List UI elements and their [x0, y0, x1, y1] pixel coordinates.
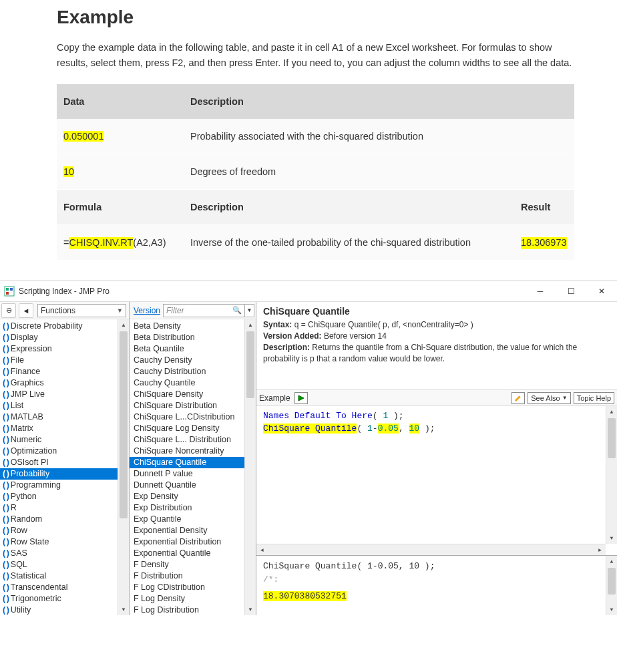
- output-comment: /*:: [263, 573, 610, 586]
- category-item[interactable]: ( )Display: [0, 332, 129, 343]
- detail-header: ChiSquare Quantile Syntax: q = ChiSquare…: [256, 302, 617, 390]
- category-item[interactable]: ( )File: [0, 355, 129, 366]
- window-title: Scripting Index - JMP Pro: [19, 287, 525, 296]
- run-button[interactable]: [294, 392, 308, 404]
- function-item[interactable]: Beta Quantile: [130, 343, 244, 355]
- function-panel: Version Filter 🔍 ▼ Beta DensityBeta Dist…: [130, 302, 256, 615]
- app-icon: [4, 286, 15, 297]
- topic-help-button[interactable]: Topic Help: [574, 392, 614, 404]
- scrollbar[interactable]: ▲ ▼: [244, 319, 256, 615]
- output-result: 18.3070380532751: [263, 591, 347, 601]
- function-item[interactable]: Dunnett Quantile: [130, 480, 244, 491]
- function-item[interactable]: F Log CDistribution: [130, 582, 244, 593]
- edit-button[interactable]: [511, 392, 525, 404]
- category-item[interactable]: ( )Programming: [0, 480, 129, 491]
- function-item[interactable]: ChiSquare L...CDistribution: [130, 411, 244, 423]
- category-item[interactable]: ( )Finance: [0, 366, 129, 377]
- category-item[interactable]: ( )SAS: [0, 548, 129, 559]
- function-item[interactable]: ChiSquare Quantile: [130, 457, 244, 468]
- category-item[interactable]: ( )Row: [0, 525, 129, 536]
- minimize-button[interactable]: ─: [525, 281, 556, 301]
- function-item[interactable]: F Distribution: [130, 570, 244, 582]
- see-also-dropdown[interactable]: See Also ▼: [528, 392, 570, 404]
- scrollbar[interactable]: ▲ ▼: [606, 556, 617, 615]
- svg-marker-4: [298, 395, 304, 401]
- function-item[interactable]: Cauchy Quantile: [130, 377, 244, 389]
- function-item[interactable]: Exp Quantile: [130, 514, 244, 525]
- code-editor[interactable]: Names Default To Here( 1 ); ChiSquare Qu…: [256, 406, 617, 555]
- chevron-down-icon: ▼: [117, 307, 123, 314]
- col-blank: [514, 84, 574, 119]
- category-item[interactable]: ( )JMP Live: [0, 389, 129, 400]
- svg-rect-2: [10, 288, 13, 291]
- function-item[interactable]: ChiSquare Distribution: [130, 400, 244, 411]
- function-item[interactable]: Exponential Quantile: [130, 548, 244, 559]
- category-item[interactable]: ( )Random: [0, 514, 129, 525]
- category-item[interactable]: ( )Numeric: [0, 434, 129, 446]
- category-item[interactable]: ( )Utility: [0, 605, 129, 615]
- scrollbar[interactable]: ▲ ▼: [606, 406, 617, 544]
- value-df: 10: [63, 166, 74, 177]
- category-item[interactable]: ( )Expression: [0, 343, 129, 355]
- function-item[interactable]: Exp Distribution: [130, 502, 244, 514]
- close-button[interactable]: ✕: [586, 281, 617, 301]
- function-item[interactable]: Exponential Distribution: [130, 536, 244, 548]
- category-item[interactable]: ( )MATLAB: [0, 411, 129, 423]
- function-item[interactable]: Exp Density: [130, 491, 244, 502]
- version-link[interactable]: Version: [134, 306, 160, 315]
- scrollbar[interactable]: ▲ ▼: [118, 319, 129, 615]
- category-item[interactable]: ( )Matrix: [0, 423, 129, 434]
- category-list[interactable]: ( )Discrete Probability( )Display( )Expr…: [0, 319, 129, 615]
- function-item[interactable]: F Log Distribution: [130, 605, 244, 615]
- category-item[interactable]: ( )Probability: [0, 468, 129, 480]
- doc-paragraph: Copy the example data in the following t…: [57, 40, 574, 71]
- category-item[interactable]: ( )Discrete Probability: [0, 321, 129, 332]
- function-item[interactable]: Dunnett P value: [130, 468, 244, 480]
- function-item[interactable]: Cauchy Distribution: [130, 366, 244, 377]
- category-item[interactable]: ( )R: [0, 502, 129, 514]
- category-item[interactable]: ( )Optimization: [0, 446, 129, 457]
- category-item[interactable]: ( )Trigonometric: [0, 593, 129, 605]
- category-item[interactable]: ( )Python: [0, 491, 129, 502]
- category-item[interactable]: ( )OSIsoft PI: [0, 457, 129, 468]
- formula-result: 18.306973: [521, 237, 567, 249]
- example-label: Example: [259, 393, 290, 403]
- function-item[interactable]: ChiSquare Noncentrality: [130, 446, 244, 457]
- table-row: 10 Degrees of freedom: [57, 154, 574, 190]
- h-scrollbar[interactable]: ◄►: [256, 544, 606, 555]
- maximize-button[interactable]: ☐: [556, 281, 586, 301]
- doc-heading: Example: [57, 7, 574, 28]
- scope-combo[interactable]: Functions ▼: [37, 304, 126, 317]
- svg-rect-3: [6, 292, 9, 295]
- function-item[interactable]: F Density: [130, 559, 244, 570]
- titlebar[interactable]: Scripting Index - JMP Pro ─ ☐ ✕: [0, 281, 617, 301]
- desc-probability: Probability associated with the chi-squa…: [184, 119, 514, 154]
- col-formula: Formula: [57, 190, 184, 225]
- category-item[interactable]: ( )SQL: [0, 559, 129, 570]
- function-item[interactable]: Cauchy Density: [130, 355, 244, 366]
- function-item[interactable]: F Log Density: [130, 593, 244, 605]
- function-item[interactable]: Beta Distribution: [130, 332, 244, 343]
- function-item[interactable]: Beta Density: [130, 321, 244, 332]
- function-item[interactable]: ChiSquare Log Density: [130, 423, 244, 434]
- formula-cell: =CHISQ.INV.RT(A2,A3): [57, 225, 184, 261]
- filter-dropdown[interactable]: ▼: [245, 304, 254, 317]
- function-item[interactable]: ChiSquare L... Distribution: [130, 434, 244, 446]
- filter-input[interactable]: Filter 🔍: [163, 304, 245, 317]
- function-item[interactable]: ChiSquare Density: [130, 389, 244, 400]
- category-item[interactable]: ( )Transcendental: [0, 582, 129, 593]
- col-result: Result: [514, 190, 574, 225]
- category-item[interactable]: ( )Statistical: [0, 570, 129, 582]
- home-button[interactable]: ⊖: [1, 303, 16, 318]
- output-log[interactable]: ChiSquare Quantile( 1-0.05, 10 ); /*: 18…: [256, 555, 617, 615]
- category-item[interactable]: ( )Graphics: [0, 377, 129, 389]
- col-description2: Description: [184, 190, 514, 225]
- back-button[interactable]: ◄: [19, 303, 33, 318]
- category-item[interactable]: ( )List: [0, 400, 129, 411]
- scripting-index-window: Scripting Index - JMP Pro ─ ☐ ✕ ⊖ ◄ Func…: [0, 281, 617, 615]
- function-item[interactable]: Exponential Density: [130, 525, 244, 536]
- function-list[interactable]: Beta DensityBeta DistributionBeta Quanti…: [130, 319, 256, 615]
- function-name: ChiSquare Quantile: [263, 306, 610, 317]
- category-item[interactable]: ( )Row State: [0, 536, 129, 548]
- search-icon: 🔍: [232, 306, 242, 315]
